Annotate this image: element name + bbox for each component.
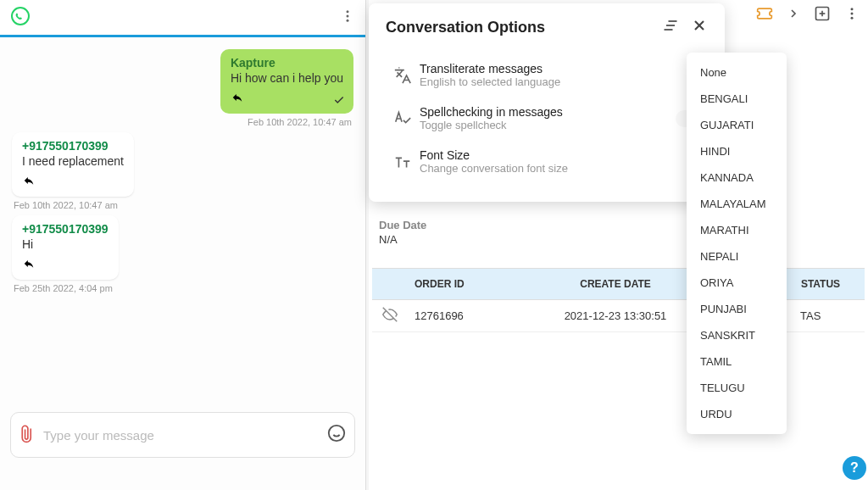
th-order-id: ORDER ID <box>408 278 535 290</box>
chat-messages: Kapture Hi how can i help you Feb 10th 2… <box>0 37 365 397</box>
th-status: STATUS <box>776 278 865 290</box>
message-bubble: +917550170399 I need replacement <box>12 132 134 197</box>
spellcheck-icon <box>386 109 420 128</box>
td-status: TAS <box>776 309 865 322</box>
message-sender: +917550170399 <box>22 222 108 236</box>
svg-point-11 <box>851 13 854 15</box>
svg-point-10 <box>851 8 854 10</box>
lang-option-sanskrit[interactable]: SANSKRIT <box>687 322 787 348</box>
svg-point-12 <box>851 17 854 19</box>
lang-option-tamil[interactable]: TAMIL <box>687 348 787 375</box>
lang-option-bengali[interactable]: BENGALI <box>687 86 787 112</box>
lang-option-hindi[interactable]: HINDI <box>687 138 787 164</box>
language-dropdown: None BENGALI GUJARATI HINDI KANNADA MALA… <box>687 53 787 434</box>
due-date-value: N/A <box>379 233 426 246</box>
panel-title: Conversation Options <box>386 19 650 36</box>
font-size-icon <box>386 153 420 171</box>
help-button[interactable]: ? <box>843 456 866 480</box>
whatsapp-icon <box>10 6 31 30</box>
lang-option-kannada[interactable]: KANNADA <box>687 164 787 191</box>
due-date-label: Due Date <box>379 219 426 231</box>
lang-option-oriya[interactable]: ORIYA <box>687 270 787 296</box>
svg-point-3 <box>347 19 349 21</box>
message-incoming: +917550170399 Hi Feb 25th 2022, 4:04 pm <box>12 215 353 293</box>
chevron-right-icon[interactable] <box>787 7 800 25</box>
message-bubble: +917550170399 Hi <box>12 215 119 280</box>
font-size-row[interactable]: Font Size Change conversation font size <box>386 140 708 183</box>
more-icon[interactable] <box>844 6 860 25</box>
ticket-icon[interactable] <box>756 5 773 26</box>
transliterate-sub: English to selected language <box>420 75 692 88</box>
svg-point-4 <box>329 425 344 440</box>
table-row[interactable]: 12761696 2021-12-23 13:30:51 2000 TAS <box>372 300 865 332</box>
chat-input-area <box>0 397 365 490</box>
due-date-section: Due Date N/A <box>379 219 426 246</box>
message-bubble: Kapture Hi how can i help you <box>220 49 353 114</box>
right-toolbar <box>756 5 860 26</box>
chat-more-icon[interactable] <box>340 8 355 27</box>
spellcheck-title: Spellchecking in messages <box>420 105 676 119</box>
font-sub: Change conversation font size <box>420 162 691 175</box>
spellcheck-row[interactable]: Spellchecking in messages Toggle spellch… <box>386 97 708 140</box>
table-header-row: ORDER ID CREATE DATE TO STATUS <box>372 268 865 300</box>
lang-option-urdu[interactable]: URDU <box>687 401 787 427</box>
conversation-options-panel: Conversation Options Transliterate messa… <box>369 3 725 202</box>
order-table: ORDER ID CREATE DATE TO STATUS 12761696 … <box>372 268 865 332</box>
add-box-icon[interactable] <box>814 5 831 26</box>
check-icon <box>333 94 345 109</box>
attach-icon[interactable] <box>14 421 42 448</box>
lang-option-marathi[interactable]: MARATHI <box>687 217 787 243</box>
message-time: Feb 10th 2022, 10:47 am <box>14 200 118 210</box>
reply-icon[interactable] <box>22 258 36 272</box>
svg-point-0 <box>12 8 29 25</box>
transliterate-row[interactable]: Transliterate messages English to select… <box>386 53 708 97</box>
visibility-off-icon[interactable] <box>372 307 408 326</box>
message-text: Hi <box>22 237 108 251</box>
lang-option-gujarati[interactable]: GUJARATI <box>687 112 787 138</box>
lang-option-telugu[interactable]: TELUGU <box>687 375 787 401</box>
close-icon[interactable] <box>691 17 708 38</box>
lang-option-none[interactable]: None <box>687 59 787 86</box>
emoji-icon[interactable] <box>327 424 346 447</box>
font-title: Font Size <box>420 148 691 162</box>
lang-option-punjabi[interactable]: PUNJABI <box>687 296 787 322</box>
lang-option-nepali[interactable]: NEPALI <box>687 243 787 270</box>
notes-icon[interactable] <box>662 17 679 38</box>
reply-icon[interactable] <box>231 92 244 106</box>
message-outgoing: Kapture Hi how can i help you Feb 10th 2… <box>12 49 353 127</box>
message-sender: Kapture <box>231 56 343 70</box>
spellcheck-sub: Toggle spellcheck <box>420 119 676 131</box>
chat-header <box>0 0 365 37</box>
th-create-date: CREATE DATE <box>535 278 696 290</box>
message-text: Hi how can i help you <box>231 71 343 85</box>
message-incoming: +917550170399 I need replacement Feb 10t… <box>12 132 353 210</box>
td-order-id: 12761696 <box>408 309 535 322</box>
td-create-date: 2021-12-23 13:30:51 <box>535 309 696 322</box>
svg-point-2 <box>347 14 349 17</box>
message-time: Feb 25th 2022, 4:04 pm <box>14 283 113 293</box>
transliterate-title: Transliterate messages <box>420 62 692 75</box>
reply-icon[interactable] <box>22 175 36 189</box>
message-text: I need replacement <box>22 154 124 168</box>
lang-option-malayalam[interactable]: MALAYALAM <box>687 191 787 217</box>
message-time: Feb 10th 2022, 10:47 am <box>248 117 352 127</box>
translate-icon <box>386 66 420 85</box>
chat-panel: Kapture Hi how can i help you Feb 10th 2… <box>0 0 366 490</box>
svg-point-1 <box>347 10 349 13</box>
message-sender: +917550170399 <box>22 139 124 153</box>
message-input[interactable] <box>43 428 327 443</box>
